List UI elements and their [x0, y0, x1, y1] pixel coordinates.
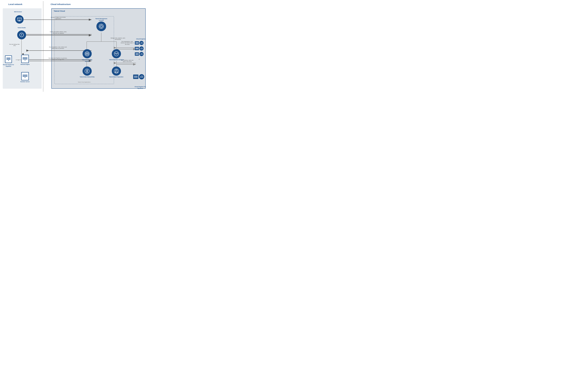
cloud-infra-header: Cloud infrastructure [51, 3, 71, 5]
arrow1-text: Access, configure and monitor applicatio… [49, 17, 67, 19]
arrow5-text: Manage roles, projects, users and licens… [110, 38, 126, 40]
tmc-label: Talend Management Console [93, 18, 109, 21]
runtime-server-label: Runtime Server [20, 81, 30, 83]
or-label: or [18, 59, 19, 61]
arrow4-text: Run tasks and Pipelines on premises, dep… [48, 58, 68, 60]
tca-label: Talend Cloud Applications [78, 81, 91, 83]
svg-line-38 [100, 27, 101, 28]
cloud-engine-pipelines-icon [133, 74, 144, 79]
tmc-icon [96, 21, 106, 31]
talend-studio-label: Talend Studio [14, 27, 29, 29]
svg-marker-50 [86, 69, 88, 71]
svg-point-31 [100, 25, 102, 27]
svg-marker-46 [87, 52, 87, 53]
svg-point-54 [117, 72, 117, 72]
svg-point-53 [116, 72, 116, 72]
svg-text:www: www [18, 19, 21, 20]
svg-point-45 [86, 53, 88, 54]
svg-line-37 [102, 25, 103, 26]
svg-rect-26 [19, 20, 20, 21]
arrow7-text: Run Pipelines, tasks and plans in the cl… [120, 59, 135, 62]
web-browser-label: Web browser [13, 11, 23, 13]
svg-line-39 [102, 27, 103, 28]
svg-rect-27 [18, 21, 21, 21]
tpd-icon [112, 49, 121, 58]
data-preparation-icon [112, 66, 121, 76]
talend-cloud-label: Talend Cloud [54, 10, 65, 12]
main-container: Local network Cloud infrastructure Talen… [0, 0, 147, 97]
remote-engine-pipelines-icon [5, 56, 12, 63]
data-stewardship-label: Talend Data Stewardship [79, 76, 95, 78]
remote-engine-pipelines-label: Remote Engine for Pipelines [2, 64, 15, 67]
cloud-engine-row-1 [135, 41, 144, 45]
cloud-engines-label: Cloud Engines [135, 38, 146, 40]
svg-text:t: t [21, 33, 22, 36]
cloud-engine-row-2 [135, 46, 144, 51]
svg-line-36 [100, 25, 101, 26]
data-stewardship-icon [83, 66, 92, 76]
local-network-header: Local network [8, 3, 22, 5]
data-preparation-label: Talend Data Preparation [108, 76, 124, 78]
web-browser-icon: www [15, 15, 23, 23]
cloud-engine-row-3 [135, 52, 144, 56]
runtime-server-icon [21, 72, 29, 80]
remote-engine-icon [21, 55, 29, 63]
tds-label: Talend Dictionary Service [80, 59, 95, 62]
cloud-engines-pipelines-label: Cloud Engines for Pipelines [134, 86, 147, 89]
vertical-divider [43, 1, 43, 92]
arrow3-text: Run preparations, load, retrieve and del… [48, 46, 68, 49]
remote-engine-label: Remote Engine [20, 64, 30, 65]
arrow2-text: Create and publish artifacts, tasks, API… [49, 31, 67, 34]
or-cloud-label: or [139, 58, 140, 60]
run-debug-label: Run and debug Jobs, APIs [8, 44, 21, 47]
svg-point-47 [114, 52, 119, 56]
talend-studio-icon: t [17, 31, 26, 39]
svg-point-51 [114, 69, 119, 73]
arrow6-text: Run preparations, load, retrieve and del… [120, 41, 135, 45]
tds-icon [83, 49, 92, 58]
